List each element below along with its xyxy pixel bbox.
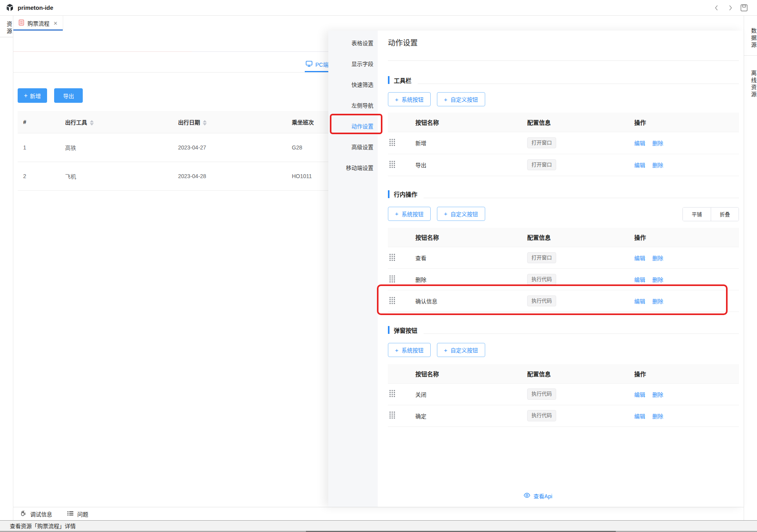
settings-menu-item[interactable]: 显示字段: [328, 53, 378, 74]
delete-link[interactable]: 删除: [652, 255, 663, 261]
settings-drawer: 表格设置显示字段快速筛选左侧导航动作设置高级设置移动端设置 动作设置 工具栏+系…: [328, 31, 744, 507]
button-label: 系统按钮: [402, 95, 424, 103]
settings-menu-item[interactable]: 移动端设置: [328, 157, 378, 178]
records-col-header[interactable]: 出行日期: [173, 111, 286, 133]
plus-icon: +: [395, 347, 399, 353]
config-info-cell: 执行代码: [527, 383, 634, 405]
drag-handle-icon[interactable]: [389, 390, 395, 397]
delete-link[interactable]: 删除: [652, 392, 663, 398]
bottom-panelbar: 调试信息 问题: [13, 507, 744, 520]
panel-title: 动作设置: [388, 38, 739, 49]
settings-menu-item[interactable]: 表格设置: [328, 32, 378, 53]
delete-link[interactable]: 删除: [652, 140, 663, 146]
section-accent-bar: [388, 190, 389, 198]
rail-item-resources[interactable]: 资源: [0, 16, 13, 37]
config-table: 按钮名称配置信息操作关闭执行代码编辑删除确定执行代码编辑删除: [388, 364, 739, 427]
config-col-header: 按钮名称: [415, 228, 527, 247]
delete-link[interactable]: 删除: [652, 277, 663, 283]
drag-handle-icon[interactable]: [389, 254, 395, 261]
records-col-header: #: [18, 111, 60, 133]
config-tag: 执行代码: [527, 274, 556, 285]
delete-link[interactable]: 删除: [652, 162, 663, 168]
config-info-cell: 执行代码: [527, 269, 634, 290]
divider: [424, 198, 739, 198]
config-col-header: 配置信息: [527, 113, 634, 132]
edit-link[interactable]: 编辑: [634, 392, 645, 398]
config-info-cell: 打开窗口: [527, 247, 634, 269]
records-col-header[interactable]: 出行工具: [60, 111, 173, 133]
config-row: 关闭执行代码编辑删除: [388, 383, 739, 405]
config-col-header: 按钮名称: [415, 364, 527, 383]
sort-caret-icon[interactable]: [203, 120, 207, 126]
delete-link[interactable]: 删除: [652, 413, 663, 419]
edit-link[interactable]: 编辑: [634, 140, 645, 146]
config-table-body: 关闭执行代码编辑删除确定执行代码编辑删除: [388, 383, 739, 426]
section-title: 行内操作: [394, 190, 417, 198]
add-custom-button[interactable]: +自定义按钮: [437, 343, 485, 357]
drag-handle-icon[interactable]: [389, 139, 395, 146]
edit-link[interactable]: 编辑: [634, 277, 645, 283]
config-row: 导出打开窗口编辑删除: [388, 154, 739, 176]
add-button-label: 新增: [30, 92, 41, 100]
drag-handle-icon[interactable]: [389, 412, 395, 419]
settings-section: 行内操作+系统按钮+自定义按钮平铺折叠按钮名称配置信息操作查看打开窗口编辑删除删…: [388, 190, 739, 312]
back-icon[interactable]: [712, 4, 721, 12]
edit-link[interactable]: 编辑: [634, 162, 645, 168]
settings-menu-item[interactable]: 左侧导航: [328, 95, 378, 115]
delete-link[interactable]: 删除: [652, 298, 663, 304]
edit-link[interactable]: 编辑: [634, 298, 645, 304]
toggle-tile-button[interactable]: 平铺: [683, 208, 711, 221]
forward-icon[interactable]: [726, 4, 735, 12]
app-window: primeton-ide 资源 数据源 离线资源: [0, 0, 757, 532]
handle-cell: [388, 269, 415, 290]
handle-col-header: [388, 113, 415, 132]
view-api-link[interactable]: 查看Api: [378, 492, 721, 500]
settings-menu-item[interactable]: 高级设置: [328, 136, 378, 157]
add-custom-button[interactable]: +自定义按钮: [437, 207, 485, 221]
edit-link[interactable]: 编辑: [634, 413, 645, 419]
tab-pc[interactable]: PC端: [306, 57, 328, 71]
export-button[interactable]: 导出: [54, 88, 83, 103]
tab-ticket-flow[interactable]: 购票流程 ✕: [13, 16, 63, 31]
plus-icon: +: [444, 97, 448, 102]
panel-item-debug[interactable]: 调试信息: [20, 510, 52, 518]
panel-item-problems-label: 问题: [77, 510, 88, 518]
drag-handle-icon[interactable]: [389, 275, 395, 282]
table-cell: 飞机: [60, 162, 173, 190]
divider: [13, 51, 192, 52]
divider: [418, 84, 739, 84]
add-button[interactable]: + 新增: [18, 88, 47, 103]
device-tab-label: PC端: [315, 60, 328, 68]
rail-item-datasource[interactable]: 数据源: [744, 16, 757, 56]
button-name-cell: 关闭: [415, 383, 527, 405]
add-system-button[interactable]: +系统按钮: [388, 207, 431, 221]
close-icon[interactable]: ✕: [53, 20, 58, 26]
button-label: 自定义按钮: [451, 210, 478, 218]
config-row: 删除执行代码编辑删除: [388, 269, 739, 290]
settings-menu-item[interactable]: 快速筛选: [328, 74, 378, 95]
add-system-button[interactable]: +系统按钮: [388, 343, 431, 357]
config-table-body: 新增打开窗口编辑删除导出打开窗口编辑删除: [388, 132, 739, 176]
settings-menu-item[interactable]: 动作设置: [328, 115, 378, 136]
layout-toggle: 平铺折叠: [682, 207, 739, 221]
table-cell: 高铁: [60, 133, 173, 162]
panel-item-problems[interactable]: 问题: [67, 510, 88, 518]
config-table-head: 按钮名称配置信息操作: [388, 228, 739, 247]
config-col-header: 操作: [634, 113, 739, 132]
sort-caret-icon[interactable]: [90, 120, 94, 126]
handle-cell: [388, 383, 415, 405]
toggle-collapse-button[interactable]: 折叠: [711, 208, 739, 221]
button-name-cell: 导出: [415, 154, 527, 176]
button-name-cell: 删除: [415, 269, 527, 290]
table-cell: 2: [18, 162, 60, 190]
drag-handle-icon[interactable]: [389, 161, 395, 168]
rail-item-offline-resources[interactable]: 离线资源: [744, 56, 757, 106]
row-actions-cell: 编辑删除: [634, 383, 739, 405]
section-header: 弹窗按钮: [388, 326, 739, 334]
edit-link[interactable]: 编辑: [634, 255, 645, 261]
add-system-button[interactable]: +系统按钮: [388, 92, 431, 106]
add-custom-button[interactable]: +自定义按钮: [437, 92, 485, 106]
handle-cell: [388, 154, 415, 176]
drag-handle-icon[interactable]: [389, 297, 395, 304]
save-icon[interactable]: [740, 4, 748, 12]
